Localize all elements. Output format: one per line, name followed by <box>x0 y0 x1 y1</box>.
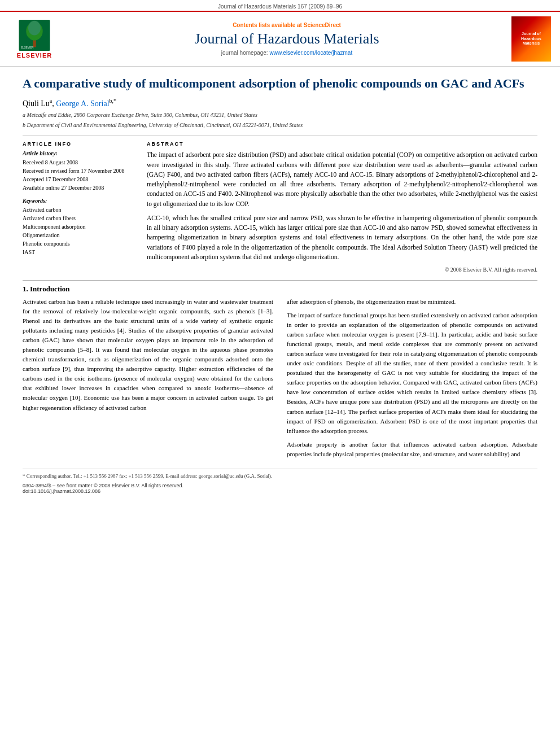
journal-homepage-label: journal homepage: <box>221 50 268 56</box>
accepted-date: Accepted 17 December 2008 <box>23 175 135 184</box>
article-title: A comparative study of multicomponent ad… <box>23 76 537 92</box>
keyword-2: Activated carbon fibers <box>23 214 135 222</box>
chemistry-word: chemistry <box>482 388 506 395</box>
journal-reference-text: Journal of Hazardous Materials 167 (2009… <box>218 3 342 10</box>
journal-header: ELSEVIER ELSEVIER Contents lists availab… <box>0 11 560 67</box>
intro-para-2: The impact of surface functional groups … <box>287 311 537 436</box>
footer-issn: 0304-3894/$ – see front matter © 2008 El… <box>23 483 537 494</box>
elsevier-logo: ELSEVIER ELSEVIER <box>9 20 60 59</box>
sciencedirect-line: Contents lists available at ScienceDirec… <box>71 22 502 28</box>
revised-date: Received in revised form 17 November 200… <box>23 167 135 175</box>
footer-section: * Corresponding author. Tel.: +1 513 556… <box>23 469 537 495</box>
body-divider <box>23 281 537 281</box>
issn-text: 0304-3894/$ – see front matter © 2008 El… <box>23 483 183 488</box>
section-1-title: 1. Introduction <box>23 285 537 294</box>
abstract-paragraph-2: ACC-10, which has the smallest critical … <box>147 213 537 262</box>
svg-point-4 <box>26 37 30 41</box>
svg-point-3 <box>28 20 41 35</box>
doi-text: doi:10.1016/j.jhazmat.2008.12.086 <box>23 488 100 494</box>
abstract-paragraph-1: The impact of adsorbent pore size distri… <box>147 150 537 209</box>
copyright-line: © 2008 Elsevier B.V. All rights reserved… <box>147 267 537 273</box>
journal-homepage-link[interactable]: www.elsevier.com/locate/jhazmat <box>269 50 352 56</box>
journal-title: Journal of Hazardous Materials <box>71 30 502 47</box>
intro-left-text: Activated carbon has been a reliable tec… <box>23 297 273 413</box>
author1-sup: a <box>50 98 52 104</box>
journal-reference-bar: Journal of Hazardous Materials 167 (2009… <box>0 0 560 11</box>
intro-right-text: after adsorption of phenols, the oligome… <box>287 297 537 459</box>
keyword-1: Activated carbon <box>23 206 135 214</box>
keywords-label: Keywords: <box>23 198 135 204</box>
section-1-heading: Introduction <box>30 285 70 293</box>
article-info-heading: ARTICLE INFO <box>23 141 135 147</box>
sciencedirect-prefix: Contents lists available at ScienceDirec… <box>233 22 341 28</box>
history-label: Article history: <box>23 150 135 156</box>
author2-name: George A. Sorial <box>56 99 109 107</box>
intro-para-3: Adsorbate property is another factor tha… <box>287 440 537 459</box>
intro-para-1: Activated carbon has been a reliable tec… <box>23 297 273 413</box>
body-right-col: after adsorption of phenols, the oligome… <box>287 297 537 463</box>
journal-header-center: Contents lists available at ScienceDirec… <box>71 22 502 56</box>
abstract-body: The impact of adsorbent pore size distri… <box>147 150 537 262</box>
corresponding-author-note: * Corresponding author. Tel.: +1 513 556… <box>23 473 537 480</box>
divider-1 <box>23 135 537 136</box>
intro-para-continued: after adsorption of phenols, the oligome… <box>287 297 537 307</box>
section-1-number: 1. <box>23 285 28 293</box>
author1-name: Qiuli Lu <box>23 99 50 107</box>
article-info-abstract-section: ARTICLE INFO Article history: Received 8… <box>23 141 537 273</box>
page-wrapper: Journal of Hazardous Materials 167 (2009… <box>0 0 560 747</box>
body-section: 1. Introduction Activated carbon has bee… <box>23 285 537 463</box>
keyword-6: IAST <box>23 248 135 256</box>
elsevier-brand-text: ELSEVIER <box>17 52 52 59</box>
body-two-col: Activated carbon has been a reliable tec… <box>23 297 537 463</box>
journal-homepage: journal homepage: www.elsevier.com/locat… <box>71 50 502 56</box>
affiliation-a: a Metcalfe and Eddie, 2800 Corporate Exc… <box>23 111 537 119</box>
journal-thumbnail-text: Journal ofHazardousMaterials <box>520 30 542 47</box>
elsevier-tree-icon: ELSEVIER <box>18 20 51 51</box>
keyword-4: Oligomerization <box>23 231 135 239</box>
main-content: A comparative study of multicomponent ad… <box>0 67 560 503</box>
article-info-column: ARTICLE INFO Article history: Received 8… <box>23 141 135 273</box>
received-date: Received 8 August 2008 <box>23 158 135 167</box>
abstract-column: ABSTRACT The impact of adsorbent pore si… <box>147 141 537 273</box>
keyword-3: Multicomponent adsorption <box>23 222 135 231</box>
journal-thumbnail: Journal ofHazardousMaterials <box>511 16 551 62</box>
available-date: Available online 27 December 2008 <box>23 184 135 192</box>
author2-sup: b,* <box>110 98 117 104</box>
abstract-heading: ABSTRACT <box>147 141 537 147</box>
affiliation-b: b Department of Civil and Environmental … <box>23 121 537 129</box>
body-left-col: Activated carbon has been a reliable tec… <box>23 297 273 463</box>
keyword-5: Phenolic compounds <box>23 239 135 248</box>
svg-text:ELSEVIER: ELSEVIER <box>21 46 34 49</box>
authors-line: Qiuli Lua, George A. Sorialb,* <box>23 98 537 108</box>
